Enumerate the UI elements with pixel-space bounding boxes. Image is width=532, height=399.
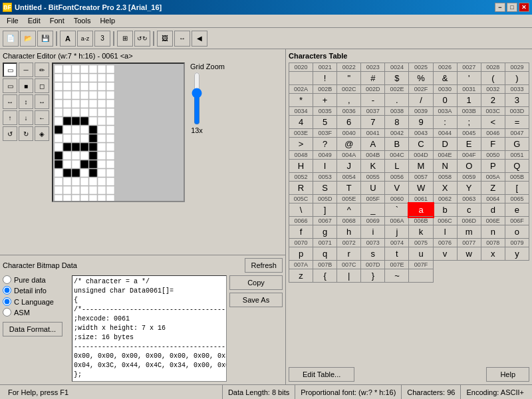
menu-file[interactable]: File	[3, 16, 23, 26]
char-cell-002A[interactable]: *	[289, 94, 313, 107]
tb-num[interactable]: 3	[94, 31, 110, 47]
char-cell-0059[interactable]: Y	[457, 182, 481, 195]
char-cell-006D[interactable]: m	[457, 225, 481, 239]
char-cell-0061[interactable]: a	[409, 203, 433, 217]
help-button[interactable]: Help	[486, 367, 529, 382]
char-cell-0028[interactable]: (	[481, 72, 505, 85]
char-cell-007A[interactable]: z	[289, 269, 313, 283]
tb-grid[interactable]: ⊞	[117, 31, 133, 47]
char-cell-0050[interactable]: P	[481, 160, 505, 173]
tool-fillrect[interactable]: ■	[19, 78, 33, 93]
tb-img[interactable]: 🖼	[157, 31, 173, 47]
char-cell-0071[interactable]: q	[313, 247, 337, 261]
char-cell-0035[interactable]: 5	[313, 116, 337, 129]
close-button[interactable]: ✕	[519, 3, 529, 12]
char-cell-0024[interactable]: $	[385, 72, 409, 85]
char-cell-0066[interactable]: f	[289, 225, 313, 239]
char-cell-0077[interactable]: w	[457, 247, 481, 261]
char-cell-0058[interactable]: X	[433, 182, 457, 195]
char-cell-0044[interactable]: D	[433, 138, 457, 151]
char-cell-0056[interactable]: V	[385, 182, 409, 195]
char-cell-003B[interactable]: ;	[457, 116, 481, 129]
tb-chars[interactable]: a-z	[77, 31, 93, 47]
char-cell-007D[interactable]: }	[361, 269, 385, 283]
char-cell-0040[interactable]: @	[337, 138, 361, 151]
char-cell-0075[interactable]: u	[409, 247, 433, 261]
tool-select[interactable]: ▭	[3, 63, 17, 77]
tool-shiftu[interactable]: ↑	[3, 110, 17, 125]
tb-open[interactable]: 📂	[20, 31, 36, 47]
zoom-slider[interactable]	[190, 72, 203, 125]
char-cell-0030[interactable]: 0	[433, 94, 457, 107]
char-cell-0045[interactable]: E	[457, 138, 481, 151]
char-cell-003C[interactable]: <	[481, 116, 505, 129]
char-cell-0055[interactable]: U	[361, 182, 385, 195]
char-cell-0078[interactable]: x	[481, 247, 505, 261]
char-cell-0049[interactable]: I	[313, 160, 337, 173]
tool-pen[interactable]: ✏	[35, 63, 49, 77]
char-cell-0031[interactable]: 1	[457, 94, 481, 107]
char-cell-0074[interactable]: t	[385, 247, 409, 261]
char-cell-0034[interactable]: 4	[289, 116, 313, 129]
char-cell-0037[interactable]: 7	[361, 116, 385, 129]
tb-arrow[interactable]: ◀	[192, 31, 207, 47]
tool-shiftl[interactable]: ←	[35, 110, 49, 125]
tb-refresh[interactable]: ↺↻	[134, 31, 150, 47]
bitmap-text[interactable]: /* character = a */ unsigned char Data00…	[72, 275, 227, 382]
data-format-button[interactable]: Data Format...	[3, 322, 63, 336]
char-cell-0027[interactable]: '	[457, 72, 481, 85]
char-cell-0072[interactable]: r	[337, 247, 361, 261]
char-cell-0046[interactable]: F	[481, 138, 505, 151]
char-cell-0073[interactable]: s	[361, 247, 385, 261]
chars-scroll[interactable]: 0020002100220023002400250026002700280029…	[289, 63, 529, 364]
char-cell-0070[interactable]: p	[289, 247, 313, 261]
char-cell-0079[interactable]: y	[505, 247, 529, 261]
tool-rotl[interactable]: ↻	[19, 126, 33, 141]
char-cell-0060[interactable]: `	[385, 203, 409, 217]
char-cell-0065[interactable]: e	[505, 203, 529, 217]
char-cell-002C[interactable]: ,	[337, 94, 361, 107]
char-cell-0067[interactable]: g	[313, 225, 337, 239]
char-cell-005E[interactable]: ^	[337, 203, 361, 217]
char-cell-0069[interactable]: i	[361, 225, 385, 239]
char-cell-0076[interactable]: v	[433, 247, 457, 261]
char-cell-0021[interactable]: !	[313, 72, 337, 85]
tool-rotr[interactable]: ↺	[3, 126, 17, 141]
char-cell-0023[interactable]: #	[361, 72, 385, 85]
char-cell-003E[interactable]: >	[289, 138, 313, 151]
edit-table-button[interactable]: Edit Table...	[289, 367, 354, 382]
tb-save[interactable]: 💾	[37, 31, 53, 47]
char-cell-0041[interactable]: A	[361, 138, 385, 151]
char-cell-0029[interactable]: )	[505, 72, 529, 85]
char-cell-002D[interactable]: -	[361, 94, 385, 107]
radio-pure-data-input[interactable]	[3, 275, 11, 284]
char-cell-0039[interactable]: 9	[409, 116, 433, 129]
char-cell-006A[interactable]: j	[385, 225, 409, 239]
char-cell-007F[interactable]	[409, 269, 433, 283]
tb-font[interactable]: A	[60, 31, 76, 47]
char-cell-0054[interactable]: T	[337, 182, 361, 195]
char-cell-002B[interactable]: +	[313, 94, 337, 107]
menu-edit[interactable]: Edit	[24, 16, 45, 26]
char-cell-005D[interactable]: ]	[313, 203, 337, 217]
char-cell-004C[interactable]: L	[385, 160, 409, 173]
menu-font[interactable]: Font	[46, 16, 68, 26]
char-cell-0047[interactable]: G	[505, 138, 529, 151]
radio-asm-input[interactable]	[3, 308, 11, 317]
char-cell-0053[interactable]: S	[313, 182, 337, 195]
radio-pure-data[interactable]: Pure data	[3, 275, 69, 284]
radio-detail-info-input[interactable]	[3, 286, 11, 295]
char-cell-0042[interactable]: B	[385, 138, 409, 151]
tb-new[interactable]: 📄	[3, 31, 19, 47]
char-cell-0043[interactable]: C	[409, 138, 433, 151]
char-cell-005C[interactable]: \	[289, 203, 313, 217]
char-cell-004D[interactable]: M	[409, 160, 433, 173]
tool-inv[interactable]: ◈	[35, 126, 49, 141]
minimize-button[interactable]: −	[495, 3, 505, 12]
tool-rect[interactable]: ▭	[3, 78, 17, 93]
menu-help[interactable]: Help	[96, 16, 119, 26]
pixel-grid[interactable]	[52, 63, 185, 202]
char-cell-007B[interactable]: {	[313, 269, 337, 283]
copy-button[interactable]: Copy	[229, 275, 283, 290]
char-cell-0033[interactable]: 3	[505, 94, 529, 107]
